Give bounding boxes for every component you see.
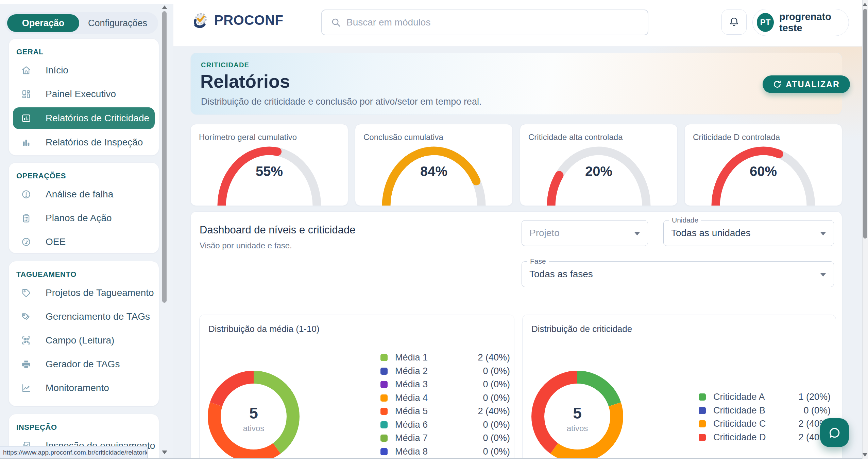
legend-label: Média 2 (395, 366, 428, 376)
legend-chip (699, 434, 706, 441)
legend-row[interactable]: Média 70 (0%) (380, 431, 510, 445)
legend-row[interactable]: Média 80 (0%) (380, 445, 510, 459)
chat-button[interactable] (820, 418, 849, 447)
gauge-value: 20% (520, 164, 677, 179)
legend-value: 0 (0%) (803, 405, 831, 416)
user-menu[interactable]: PT progrenato teste (752, 9, 849, 36)
proconf-gear-icon (191, 10, 211, 30)
legend-value: 2 (40%) (478, 406, 510, 417)
legend-chip (380, 354, 388, 361)
page-subtitle: Distribuição de criticidade e conclusão … (201, 96, 481, 107)
legend-label: Média 4 (395, 393, 428, 403)
sidebar-scroll-up-arrow[interactable] (162, 5, 167, 9)
sidebar: Operação Configurações GERAL Início Pain… (0, 0, 173, 459)
sidebar-item-oee[interactable]: OEE (9, 230, 159, 253)
legend-value: 0 (0%) (483, 420, 510, 430)
donut-center-value: 5 (557, 404, 598, 422)
tab-configuracoes[interactable]: Configurações (79, 14, 156, 32)
projeto-select[interactable]: Projeto (522, 220, 648, 246)
tags-icon (21, 312, 31, 322)
proconf-logo: PROCONF (191, 10, 284, 30)
sidebar-item-gerenciamento-de-tags[interactable]: Gerenciamento de TAGs (9, 305, 159, 329)
main-content: CRITICIDADE Relatórios Distribuição de c… (173, 47, 868, 459)
search-input[interactable] (346, 17, 648, 28)
page-scroll-up-arrow[interactable] (863, 3, 867, 6)
legend-row[interactable]: Média 60 (0%) (380, 418, 510, 432)
legend-row[interactable]: Média 30 (0%) (380, 378, 510, 391)
fase-select[interactable]: Fase Todas as fases (522, 261, 834, 287)
legend-chip (380, 421, 388, 428)
legend-row[interactable]: Criticidade A1 (20%) (699, 390, 831, 404)
legend-label: Criticidade B (713, 405, 765, 416)
atualizar-button[interactable]: ATUALIZAR (763, 75, 850, 93)
legend-row[interactable]: Média 20 (0%) (380, 365, 510, 378)
sidebar-item-label: OEE (46, 236, 66, 247)
search-bar (321, 10, 648, 35)
sidebar-item-label: Projetos de Tagueamento (46, 287, 154, 298)
sidebar-item-label: Painel Executivo (46, 89, 116, 100)
chart-panel-criticidade: Distribuição de criticidade 5 ativos Cri… (522, 315, 836, 459)
sidebar-item-campo-leitura[interactable]: Campo (Leitura) (9, 329, 159, 352)
legend-chip (380, 408, 388, 415)
sidebar-item-analise-de-falha[interactable]: Análise de falha (9, 182, 159, 206)
dashboard-card: Dashboard de níveis e criticidade Visão … (190, 211, 842, 459)
unidade-select-label: Unidade (669, 216, 701, 224)
legend-value: 2 (40%) (478, 352, 510, 363)
gauge-value: 60% (685, 164, 842, 179)
sidebar-item-monitoramento[interactable]: Monitoramento (9, 376, 159, 400)
fase-select-value: Todas as fases (529, 269, 593, 280)
speedometer-icon (21, 237, 31, 247)
bell-icon (728, 16, 740, 28)
sidebar-item-relatorios-de-criticidade[interactable]: Relatórios de Criticidade (13, 107, 155, 129)
atualizar-label: ATUALIZAR (786, 80, 840, 89)
qr-code-icon (21, 335, 31, 346)
sidebar-scrollbar-thumb[interactable] (162, 11, 167, 303)
legend-label: Criticidade A (713, 392, 765, 402)
chevron-down-icon (820, 273, 826, 277)
legend-label: Criticidade C (713, 419, 766, 429)
bar-chart-square-icon (21, 113, 31, 123)
chat-bubble-icon (828, 426, 841, 440)
sidebar-section-operacoes: OPERAÇÕES Análise de falha Planos de Açã… (8, 162, 159, 253)
printer-icon (21, 359, 31, 369)
sidebar-item-label: Gerador de TAGs (46, 359, 120, 370)
unidade-select[interactable]: Unidade Todas as unidades (663, 220, 834, 246)
sidebar-item-label: Gerenciamento de TAGs (46, 311, 150, 322)
gauge-title: Criticidade alta controlada (528, 133, 623, 142)
legend-criticidade: Criticidade A1 (20%) Criticidade B0 (0%)… (699, 390, 831, 444)
legend-label: Média 6 (395, 420, 428, 430)
sidebar-item-relatorios-de-inspecao[interactable]: Relatórios de Inspeção (9, 130, 159, 154)
legend-row[interactable]: Criticidade C2 (40%) (699, 417, 831, 431)
gauge-title: Criticidade D controlada (693, 133, 780, 142)
sidebar-item-painel-executivo[interactable]: Painel Executivo (9, 82, 159, 106)
legend-label: Média 8 (395, 446, 428, 457)
bar-chart-icon (21, 137, 31, 147)
donut-center-label: ativos (557, 424, 598, 433)
legend-media: Média 12 (40%) Média 20 (0%) Média 30 (0… (380, 351, 510, 458)
sidebar-item-projetos-de-tagueamento[interactable]: Projetos de Tagueamento (9, 281, 159, 305)
clipboard-list-icon (21, 213, 31, 223)
status-url-tooltip: https://www.app.proconf.com.br/criticida… (0, 446, 148, 459)
dashboard-title: Dashboard de níveis e criticidade (200, 224, 355, 236)
unidade-select-value: Todas as unidades (671, 228, 751, 239)
page-scroll-down-arrow[interactable] (863, 453, 867, 457)
legend-row[interactable]: Média 40 (0%) (380, 391, 510, 405)
sidebar-item-label: Início (46, 65, 68, 76)
legend-row[interactable]: Média 12 (40%) (380, 351, 510, 365)
legend-row[interactable]: Média 52 (40%) (380, 405, 510, 418)
sidebar-item-planos-de-acao[interactable]: Planos de Ação (9, 206, 159, 230)
legend-row[interactable]: Criticidade D2 (40%) (699, 431, 831, 444)
line-chart-icon (21, 383, 31, 393)
legend-row[interactable]: Criticidade B0 (0%) (699, 404, 831, 418)
legend-value: 0 (0%) (483, 446, 510, 457)
sidebar-item-inicio[interactable]: Início (9, 58, 159, 82)
avatar: PT (757, 13, 774, 32)
notifications-button[interactable] (721, 10, 747, 35)
chevron-down-icon (634, 232, 640, 235)
legend-chip (699, 393, 706, 401)
legend-chip (380, 394, 388, 402)
page-scrollbar-thumb[interactable] (863, 9, 867, 239)
sidebar-scroll-down-arrow[interactable] (162, 451, 167, 454)
sidebar-item-gerador-de-tags[interactable]: Gerador de TAGs (9, 352, 159, 376)
tab-operacao[interactable]: Operação (7, 14, 79, 32)
